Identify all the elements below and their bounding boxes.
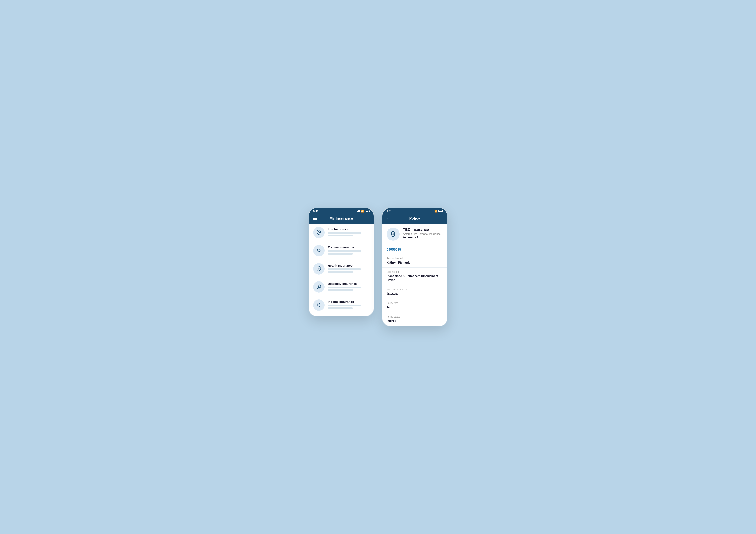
policy-value-tpd: $522,750 <box>387 292 443 296</box>
skeleton-2 <box>328 235 353 236</box>
skeleton-5 <box>328 268 361 270</box>
list-item-life[interactable]: Life Insurance <box>309 224 373 242</box>
health-icon-wrap <box>313 263 325 275</box>
policy-value-description: Standalone & Permanent Disablement Cover <box>387 274 443 282</box>
skeleton-4 <box>328 253 353 254</box>
list-item-health[interactable]: Health Insurance <box>309 260 373 278</box>
trauma-icon-wrap <box>313 245 325 256</box>
policy-company-name: TBC Insurance <box>403 227 441 232</box>
app-header-2: ← Policy <box>383 214 447 224</box>
skeleton-8 <box>328 289 353 291</box>
life-icon-wrap <box>313 227 325 238</box>
list-item-income[interactable]: Income Insurance <box>309 296 373 316</box>
policy-value-type: Term <box>387 305 443 309</box>
trauma-insurance-text: Trauma Insurance <box>328 246 369 255</box>
wifi-icon-2: 📶 <box>434 210 437 213</box>
income-icon-wrap <box>313 300 325 311</box>
disability-insurance-icon <box>316 284 322 290</box>
policy-content: TBC Insurance Asteron Life Personal Insu… <box>383 224 447 326</box>
status-icons-1: 📶 <box>356 210 369 213</box>
battery-icon-2 <box>438 210 443 212</box>
list-item-disability[interactable]: Disability Insurance <box>309 278 373 296</box>
status-icons-2: 📶 <box>430 210 443 213</box>
policy-id-section: J4005035 <box>383 245 447 254</box>
disability-insurance-name: Disability Insurance <box>328 282 369 285</box>
signal-icon-1 <box>356 210 360 212</box>
header-title-1: My Insurance <box>330 216 353 221</box>
battery-icon-1 <box>365 210 369 212</box>
skeleton-1 <box>328 232 361 234</box>
trauma-insurance-name: Trauma Insurance <box>328 246 369 249</box>
status-bar-1: 9:41 📶 <box>309 208 373 214</box>
policy-field-status: Policy status Inforce <box>383 312 447 326</box>
policy-value-status: Inforce <box>387 319 443 323</box>
header-title-2: Policy <box>409 216 420 221</box>
list-item-trauma[interactable]: Trauma Insurance <box>309 242 373 260</box>
status-bar-2: 9:41 📶 <box>383 208 447 214</box>
skeleton-7 <box>328 286 361 288</box>
disability-insurance-text: Disability Insurance <box>328 282 369 292</box>
life-insurance-icon <box>316 229 322 236</box>
trauma-insurance-icon <box>316 248 322 254</box>
signal-icon-2 <box>430 210 433 212</box>
policy-label-type: Policy type <box>387 302 443 305</box>
back-button[interactable]: ← <box>387 216 391 221</box>
skeleton-10 <box>328 307 353 309</box>
health-insurance-text: Health Insurance <box>328 264 369 274</box>
wifi-icon-1: 📶 <box>361 210 364 213</box>
health-insurance-name: Health Insurance <box>328 264 369 267</box>
policy-icon-wrap <box>387 227 400 241</box>
life-insurance-text: Life Insurance <box>328 227 369 237</box>
policy-value-person: Kathryn Richards <box>387 261 443 265</box>
skeleton-9 <box>328 305 361 307</box>
income-insurance-name: Income Insurance <box>328 300 369 304</box>
policy-label-tpd: TPD cover amount <box>387 288 443 291</box>
policy-label-description: Description <box>387 271 443 273</box>
income-insurance-text: Income Insurance <box>328 300 369 310</box>
policy-field-tpd: TPD cover amount $522,750 <box>383 285 447 299</box>
health-insurance-icon <box>316 266 322 272</box>
policy-field-person: Person insured Kathryn Richards <box>383 254 447 268</box>
policy-label-person: Person insured <box>387 257 443 260</box>
skeleton-6 <box>328 271 353 273</box>
disability-icon-wrap <box>313 281 325 293</box>
insurance-list: Life Insurance Trauma I <box>309 224 373 316</box>
policy-label-status: Policy status <box>387 315 443 318</box>
svg-point-5 <box>318 285 319 286</box>
policy-field-description: Description Standalone & Permanent Disab… <box>383 268 447 285</box>
policy-header-info: TBC Insurance Asteron Life Personal Insu… <box>403 227 441 239</box>
policy-sub-line2: Asteron NZ <box>403 236 441 239</box>
phone-my-insurance: 9:41 📶 My Insurance <box>309 208 374 316</box>
income-insurance-icon <box>316 302 322 308</box>
policy-sub-line1: Asteron Life Personal Insurance <box>403 232 441 236</box>
app-header-1: My Insurance <box>309 214 373 224</box>
time-2: 9:41 <box>387 210 392 213</box>
phone-policy: 9:41 📶 ← Policy <box>382 208 447 327</box>
policy-field-type: Policy type Term <box>383 299 447 312</box>
phones-container: 9:41 📶 My Insurance <box>309 208 447 327</box>
hamburger-button[interactable] <box>313 217 317 220</box>
policy-header: TBC Insurance Asteron Life Personal Insu… <box>383 224 447 245</box>
tbc-insurance-icon <box>390 230 397 238</box>
time-1: 9:41 <box>313 210 318 213</box>
skeleton-3 <box>328 250 361 252</box>
policy-id: J4005035 <box>387 248 401 254</box>
life-insurance-name: Life Insurance <box>328 227 369 231</box>
